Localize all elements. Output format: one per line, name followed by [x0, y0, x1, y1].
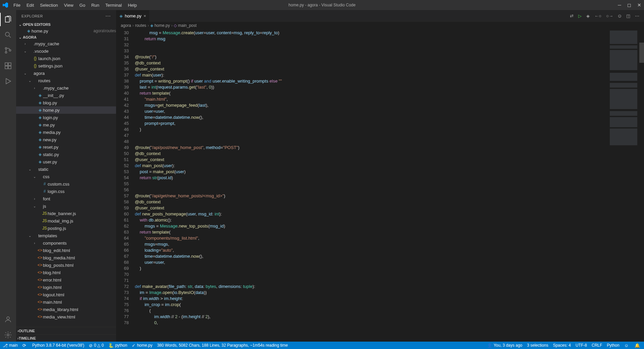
- status-selections[interactable]: 3 selections: [527, 343, 548, 348]
- status-branch[interactable]: ⎇main: [3, 343, 18, 348]
- compare-changes-icon[interactable]: ⇄: [570, 13, 574, 18]
- status-notifications[interactable]: 🔔: [635, 343, 641, 348]
- vertical-scrollbar[interactable]: [639, 29, 644, 342]
- next-change-icon[interactable]: ○→: [606, 13, 613, 18]
- file-item[interactable]: <>error.html: [16, 276, 116, 284]
- menu-help[interactable]: Help: [125, 1, 140, 9]
- minimap[interactable]: [606, 29, 639, 342]
- status-spaces[interactable]: Spaces: 4: [553, 343, 571, 348]
- file-item[interactable]: {}settings.json: [16, 62, 116, 69]
- status-feedback[interactable]: ☺: [624, 343, 630, 348]
- file-item[interactable]: {}launch.json: [16, 55, 116, 62]
- timeline-header[interactable]: › TIMELINE: [16, 334, 116, 342]
- run-debug-icon[interactable]: [0, 74, 16, 88]
- file-tree[interactable]: ›.mypy_cache⌄.vscode{}launch.json{}setti…: [16, 40, 116, 327]
- maximize-button[interactable]: ◻: [627, 2, 631, 8]
- close-window-button[interactable]: ✕: [637, 2, 641, 8]
- tree-item-label: static: [38, 167, 116, 172]
- folder-item[interactable]: ⌄static: [16, 165, 116, 173]
- debug-icon[interactable]: ◈: [586, 13, 590, 18]
- folder-item[interactable]: ⌄routes: [16, 77, 116, 84]
- breadcrumb-item[interactable]: ◈ home.py: [150, 23, 170, 28]
- file-item[interactable]: <>login.html: [16, 284, 116, 291]
- sidebar-more-icon[interactable]: ⋯: [105, 13, 111, 19]
- status-interpreter[interactable]: 🐍python: [108, 343, 127, 348]
- outline-label: OUTLINE: [19, 329, 35, 333]
- status-encoding[interactable]: UTF-8: [576, 343, 587, 348]
- outline-header[interactable]: › OUTLINE: [16, 327, 116, 334]
- toggle-icon[interactable]: ⊙: [618, 13, 622, 18]
- status-blame[interactable]: 👤You, 3 days ago: [487, 343, 523, 348]
- file-item[interactable]: #custom.css: [16, 180, 116, 188]
- python-file-icon: ◈: [25, 29, 32, 33]
- open-editors-header[interactable]: ⌄ OPEN EDITORS: [16, 22, 116, 27]
- minimize-button[interactable]: ─: [618, 2, 621, 8]
- file-item[interactable]: <>logout.html: [16, 291, 116, 298]
- file-item[interactable]: ◈__init__.py: [16, 92, 116, 99]
- code-content[interactable]: msg = Message.create(user=user, content=…: [135, 29, 606, 342]
- file-item[interactable]: JSposting.js: [16, 225, 116, 232]
- search-icon[interactable]: [0, 28, 16, 42]
- file-item[interactable]: ◈login.py: [16, 114, 116, 121]
- file-item[interactable]: #login.css: [16, 188, 116, 195]
- status-stats[interactable]: 380 Words, 5082 Chars, 188 Lines, 32 Par…: [157, 343, 288, 348]
- editor-tab[interactable]: ◈home.py×: [116, 10, 150, 22]
- code-editor[interactable]: 3031323334353637383940414243444546474849…: [116, 29, 644, 342]
- more-actions-icon[interactable]: ⋯: [635, 13, 639, 18]
- status-language[interactable]: Python: [607, 343, 619, 348]
- menu-go[interactable]: Go: [77, 1, 88, 9]
- file-item[interactable]: <>blog.html: [16, 269, 116, 276]
- file-item[interactable]: JSmodal_img.js: [16, 217, 116, 225]
- explorer-icon[interactable]: [0, 13, 16, 26]
- file-item[interactable]: <>blog_media.html: [16, 254, 116, 261]
- extensions-icon[interactable]: [0, 59, 16, 72]
- breadcrumb-item[interactable]: routes: [135, 23, 146, 28]
- file-item[interactable]: ◈blog.py: [16, 99, 116, 106]
- breadcrumbs[interactable]: agora›routes›◈ home.py›◇ main_post: [116, 22, 644, 29]
- menu-terminal[interactable]: Terminal: [103, 1, 124, 9]
- menu-run[interactable]: Run: [89, 1, 102, 9]
- run-file-icon[interactable]: ▷: [578, 13, 582, 18]
- file-item[interactable]: ◈home.py: [16, 106, 116, 114]
- status-sync[interactable]: ⟳: [22, 343, 28, 348]
- folder-item[interactable]: ⌄.vscode: [16, 47, 116, 55]
- folder-item[interactable]: ⌄css: [16, 173, 116, 180]
- folder-item[interactable]: ›font: [16, 195, 116, 202]
- status-eol[interactable]: CRLF: [592, 343, 602, 348]
- folder-item[interactable]: ›.mypy_cache: [16, 84, 116, 92]
- status-problems[interactable]: ⊘0 △ 0: [89, 343, 104, 348]
- folder-item[interactable]: ›.mypy_cache: [16, 40, 116, 47]
- settings-gear-icon[interactable]: [0, 328, 16, 342]
- folder-item[interactable]: ⌄templates: [16, 232, 116, 239]
- menu-selection[interactable]: Selection: [37, 1, 60, 9]
- split-editor-icon[interactable]: ◫: [626, 13, 630, 18]
- file-item[interactable]: ◈static.py: [16, 151, 116, 158]
- open-editor-item[interactable]: ◈home.pyagora\routes: [16, 27, 116, 35]
- file-item[interactable]: ◈reset.py: [16, 143, 116, 151]
- source-control-icon[interactable]: [0, 44, 16, 57]
- file-item[interactable]: <>main.html: [16, 298, 116, 306]
- close-tab-icon[interactable]: ×: [144, 13, 146, 18]
- breadcrumb-item[interactable]: agora: [121, 23, 131, 28]
- folder-item[interactable]: ⌄agora: [16, 69, 116, 77]
- workspace-header[interactable]: ⌄ AGORA: [16, 35, 116, 40]
- file-item[interactable]: JShide_banner.js: [16, 210, 116, 217]
- file-item[interactable]: ◈me.py: [16, 121, 116, 129]
- status-current-file[interactable]: ✓home.py: [132, 343, 152, 348]
- file-item[interactable]: <>media_view.html: [16, 313, 116, 320]
- menu-file[interactable]: File: [11, 1, 23, 9]
- breadcrumb-item[interactable]: ◇ main_post: [174, 23, 197, 28]
- folder-item[interactable]: ›components: [16, 239, 116, 247]
- prev-change-icon[interactable]: ←○: [594, 13, 601, 18]
- file-item[interactable]: <>blog_posts.html: [16, 261, 116, 269]
- file-item[interactable]: ◈media.py: [16, 129, 116, 136]
- file-item[interactable]: <>media_library.html: [16, 306, 116, 313]
- folder-item[interactable]: ⌄js: [16, 202, 116, 210]
- file-item[interactable]: ◈new.py: [16, 136, 116, 143]
- file-item[interactable]: ◈user.py: [16, 158, 116, 165]
- menu-edit[interactable]: Edit: [24, 1, 37, 9]
- status-python-env[interactable]: Python 3.8.7 64-bit ('venv38'): [32, 343, 84, 348]
- menu-view[interactable]: View: [61, 1, 76, 9]
- accounts-icon[interactable]: [0, 313, 16, 326]
- file-item[interactable]: <>blog_edit.html: [16, 247, 116, 254]
